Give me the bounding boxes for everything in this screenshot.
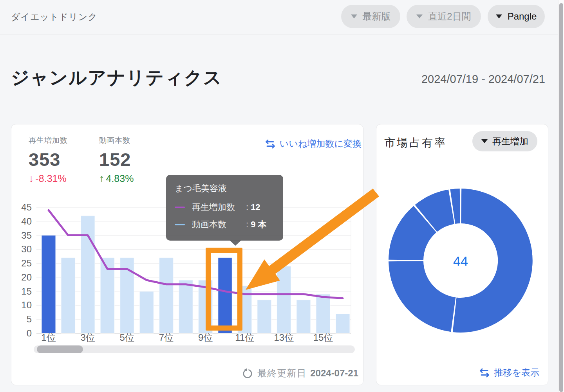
metric-value: 152 [99, 149, 134, 170]
tooltip-row-value: 9 本 [251, 219, 266, 230]
delta-value: -8.31% [36, 173, 67, 184]
bar-series-dash-icon [175, 224, 185, 225]
svg-text:0: 0 [27, 328, 32, 338]
svg-text:5位: 5位 [120, 332, 134, 343]
metric-delta: ↑ 4.83% [99, 173, 134, 185]
svg-text:5: 5 [27, 314, 32, 324]
chevron-down-icon [416, 14, 423, 18]
keyword-title: ダイエットドリンク [11, 11, 98, 23]
top-bar: ダイエットドリンク 最新版 直近2日間 Pangle [0, 0, 564, 34]
tooltip-row-value: 12 [251, 202, 260, 212]
metric-value: 353 [29, 149, 68, 170]
swap-arrows-icon [265, 139, 276, 149]
svg-text:25: 25 [21, 258, 32, 268]
convert-to-likes-link[interactable]: いいね増加数に変換 [265, 138, 362, 150]
tooltip-row: 再生増加数 : 12 [175, 201, 275, 213]
svg-text:30: 30 [21, 244, 32, 254]
svg-text:15位: 15位 [313, 332, 333, 343]
page-vertical-scrollbar[interactable] [558, 0, 564, 392]
network-dropdown[interactable]: Pangle [488, 5, 545, 28]
last-updated-date: 2024-07-21 [310, 368, 358, 379]
svg-text:9位: 9位 [198, 332, 213, 343]
svg-text:11位: 11位 [235, 332, 254, 343]
svg-text:7位: 7位 [159, 332, 174, 343]
date-range-dropdown[interactable]: 直近2日間 [407, 5, 481, 28]
metric-label: 再生増加数 [29, 135, 68, 146]
ranking-chart-card: 再生増加数 353 ↓ -8.31% 動画本数 152 ↑ 4.83% いいね増… [11, 124, 363, 385]
tooltip-row-label: 動画本数 [192, 219, 246, 230]
tooltip-colon: : [246, 219, 248, 230]
market-share-card: 市場占有率 再生増加 44 推移を表示 [376, 124, 548, 385]
last-updated-label: 最終更新日 [257, 367, 306, 379]
svg-text:40: 40 [21, 216, 32, 227]
date-range-dropdown-label: 直近2日間 [428, 10, 471, 23]
svg-text:20: 20 [21, 272, 32, 282]
svg-text:1位: 1位 [41, 332, 56, 343]
donut-center-value: 44 [421, 254, 500, 269]
date-range-text: 2024/07/19 - 2024/07/21 [421, 73, 545, 86]
metric-label: 動画本数 [99, 135, 134, 146]
metric-play-increase: 再生増加数 353 ↓ -8.31% [29, 135, 68, 185]
metric-video-count: 動画本数 152 ↑ 4.83% [99, 135, 134, 185]
refresh-icon[interactable] [242, 367, 253, 379]
delta-value: 4.83% [106, 173, 134, 184]
page-title: ジャンルアナリティクス [11, 66, 222, 90]
convert-link-label: いいね増加数に変換 [280, 138, 362, 150]
up-arrow-icon: ↑ [99, 173, 105, 185]
genre-analytics-page: ダイエットドリンク 最新版 直近2日間 Pangle ジャンルアナリティクス 2… [0, 0, 564, 392]
svg-text:45: 45 [21, 202, 32, 212]
tooltip-colon: : [246, 202, 248, 212]
metric-delta: ↓ -8.31% [29, 173, 68, 185]
tooltip-row-label: 再生増加数 [192, 201, 246, 213]
chevron-down-icon [496, 14, 502, 18]
page-scrollbar-thumb[interactable] [559, 3, 563, 392]
version-dropdown[interactable]: 最新版 [341, 5, 400, 28]
last-updated-row: 最終更新日 2024-07-21 [242, 367, 358, 379]
svg-text:10: 10 [21, 300, 32, 310]
chevron-down-icon [351, 14, 357, 18]
version-dropdown-label: 最新版 [363, 10, 391, 23]
network-dropdown-label: Pangle [508, 11, 537, 22]
svg-text:3位: 3位 [80, 332, 95, 343]
chart-tooltip: まつ毛美容液 再生増加数 : 12 動画本数 : 9 本 [166, 175, 283, 241]
tooltip-row: 動画本数 : 9 本 [175, 219, 275, 230]
svg-text:15: 15 [21, 286, 32, 297]
tooltip-title: まつ毛美容液 [175, 183, 275, 194]
down-arrow-icon: ↓ [29, 173, 34, 185]
line-series-dash-icon [175, 207, 185, 208]
svg-text:35: 35 [21, 230, 32, 241]
svg-text:13位: 13位 [274, 332, 294, 343]
